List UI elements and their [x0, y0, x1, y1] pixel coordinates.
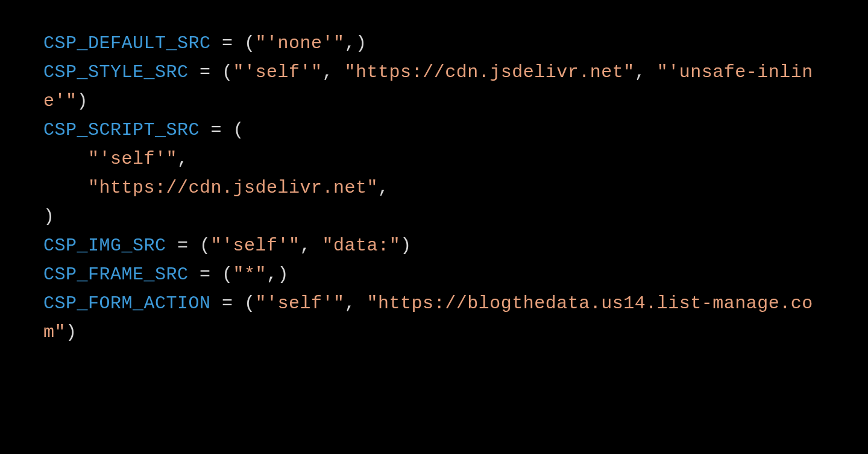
code-token: ,) [345, 33, 367, 54]
code-token: "'self'" [88, 149, 177, 169]
code-token: , [345, 293, 367, 314]
code-token: = ( [189, 62, 233, 82]
code-token: "'self'" [211, 235, 300, 256]
code-token: CSP_DEFAULT_SRC [43, 33, 211, 54]
code-token: "'none'" [256, 33, 345, 54]
code-token: = ( [211, 293, 256, 314]
code-line: CSP_SCRIPT_SRC = ( [43, 120, 244, 140]
code-token: "'self'" [256, 293, 345, 314]
code-line: "https://cdn.jsdelivr.net", [43, 178, 389, 198]
code-token: "data:" [322, 235, 401, 256]
code-token: , [322, 62, 345, 82]
code-token: "https://cdn.jsdelivr.net" [88, 178, 378, 198]
code-line: CSP_FRAME_SRC = ("*",) [43, 264, 289, 285]
code-token: "'self'" [233, 62, 322, 82]
code-token: ,) [266, 264, 289, 285]
code-token: = ( [166, 235, 211, 256]
code-line: CSP_STYLE_SRC = ("'self'", "https://cdn.… [43, 62, 813, 111]
code-token: CSP_FRAME_SRC [43, 264, 189, 285]
code-line: CSP_FORM_ACTION = ("'self'", "https://bl… [43, 293, 813, 343]
code-token: "*" [233, 264, 267, 285]
code-token: CSP_STYLE_SRC [43, 62, 189, 82]
code-token: ) [43, 207, 55, 227]
code-token: ) [66, 322, 77, 343]
code-block: CSP_DEFAULT_SRC = ("'none'",) CSP_STYLE_… [0, 0, 868, 376]
code-token: = ( [211, 33, 256, 54]
code-token: , [177, 149, 189, 169]
code-line: CSP_IMG_SRC = ("'self'", "data:") [43, 235, 412, 256]
code-token: = ( [200, 120, 244, 140]
code-token: , [378, 178, 389, 198]
code-token: , [300, 235, 322, 256]
code-token: ) [400, 235, 412, 256]
code-token: ) [77, 91, 89, 111]
code-token: CSP_IMG_SRC [43, 235, 166, 256]
code-token: "https://cdn.jsdelivr.net" [345, 62, 635, 82]
code-token: CSP_SCRIPT_SRC [43, 120, 200, 140]
code-line: ) [43, 207, 55, 227]
code-token: CSP_FORM_ACTION [43, 293, 211, 314]
code-line: CSP_DEFAULT_SRC = ("'none'",) [43, 33, 367, 54]
code-token: = ( [189, 264, 233, 285]
code-token: , [635, 62, 657, 82]
code-line: "'self'", [43, 149, 189, 169]
